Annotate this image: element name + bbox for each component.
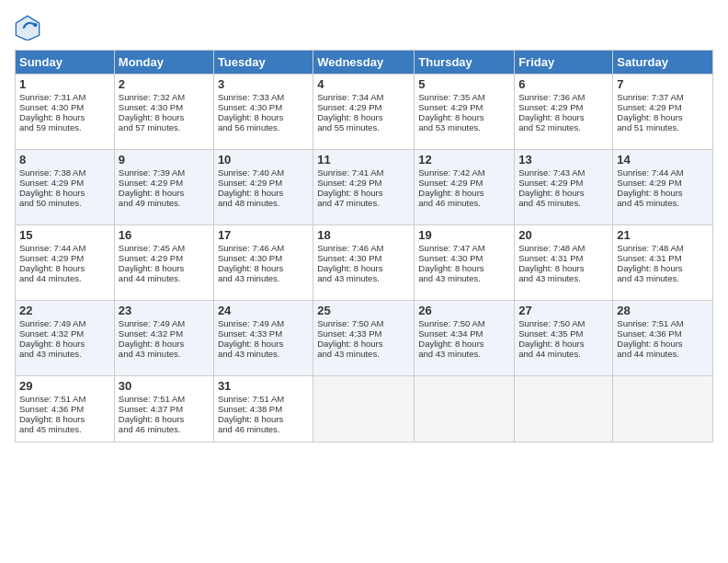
daylight-text: Daylight: 8 hours <box>119 263 210 273</box>
sunrise-text: Sunrise: 7:51 AM <box>19 394 110 404</box>
sunset-text: Sunset: 4:33 PM <box>317 328 410 339</box>
weekday-header: Saturday <box>613 51 713 75</box>
sunset-text: Sunset: 4:37 PM <box>119 404 210 414</box>
sunset-text: Sunset: 4:30 PM <box>19 102 110 112</box>
sunset-text: Sunset: 4:35 PM <box>518 328 609 339</box>
sunset-text: Sunset: 4:29 PM <box>317 178 410 188</box>
daylight-text: Daylight: 8 hours <box>19 414 110 424</box>
weekday-header: Wednesday <box>313 51 415 75</box>
weekday-header: Friday <box>515 51 613 75</box>
daylight-text: Daylight: 8 hours <box>19 263 110 273</box>
day-number: 3 <box>218 77 309 91</box>
daylight-minutes-text: and 57 minutes. <box>119 122 210 132</box>
daylight-minutes-text: and 56 minutes. <box>218 122 309 132</box>
daylight-minutes-text: and 45 minutes. <box>19 424 110 434</box>
calendar-cell: 14Sunrise: 7:44 AMSunset: 4:29 PMDayligh… <box>613 150 713 225</box>
daylight-minutes-text: and 44 minutes. <box>518 349 609 359</box>
daylight-minutes-text: and 43 minutes. <box>418 273 510 283</box>
calendar-cell: 5Sunrise: 7:35 AMSunset: 4:29 PMDaylight… <box>415 75 515 150</box>
sunrise-text: Sunrise: 7:45 AM <box>119 243 210 253</box>
daylight-text: Daylight: 8 hours <box>617 263 709 273</box>
day-number: 26 <box>418 304 510 317</box>
sunset-text: Sunset: 4:30 PM <box>317 253 410 263</box>
calendar-cell: 9Sunrise: 7:39 AMSunset: 4:29 PMDaylight… <box>114 150 213 225</box>
calendar-cell: 2Sunrise: 7:32 AMSunset: 4:30 PMDaylight… <box>114 75 213 150</box>
daylight-minutes-text: and 53 minutes. <box>418 122 510 132</box>
daylight-minutes-text: and 45 minutes. <box>617 198 709 208</box>
daylight-minutes-text: and 43 minutes. <box>317 273 410 283</box>
sunrise-text: Sunrise: 7:34 AM <box>317 92 410 102</box>
day-number: 14 <box>617 153 709 167</box>
sunset-text: Sunset: 4:31 PM <box>518 253 609 263</box>
logo-icon <box>15 15 40 40</box>
daylight-minutes-text: and 51 minutes. <box>617 122 709 132</box>
daylight-text: Daylight: 8 hours <box>317 188 410 198</box>
calendar-week-row: 15Sunrise: 7:44 AMSunset: 4:29 PMDayligh… <box>16 225 713 301</box>
weekday-header: Tuesday <box>213 51 313 75</box>
weekday-header: Sunday <box>16 51 115 75</box>
daylight-text: Daylight: 8 hours <box>418 188 510 198</box>
daylight-text: Daylight: 8 hours <box>119 188 210 198</box>
day-number: 27 <box>518 304 609 317</box>
calendar-cell <box>515 376 613 442</box>
sunrise-text: Sunrise: 7:51 AM <box>218 394 309 404</box>
calendar-cell: 24Sunrise: 7:49 AMSunset: 4:33 PMDayligh… <box>213 301 313 376</box>
calendar-cell: 12Sunrise: 7:42 AMSunset: 4:29 PMDayligh… <box>415 150 515 225</box>
calendar-cell: 30Sunrise: 7:51 AMSunset: 4:37 PMDayligh… <box>114 376 213 442</box>
sunset-text: Sunset: 4:29 PM <box>19 253 110 263</box>
calendar-cell: 26Sunrise: 7:50 AMSunset: 4:34 PMDayligh… <box>415 301 515 376</box>
calendar-cell: 27Sunrise: 7:50 AMSunset: 4:35 PMDayligh… <box>515 301 613 376</box>
sunrise-text: Sunrise: 7:48 AM <box>518 243 609 253</box>
sunrise-text: Sunrise: 7:36 AM <box>518 92 609 102</box>
calendar-cell: 10Sunrise: 7:40 AMSunset: 4:29 PMDayligh… <box>213 150 313 225</box>
sunrise-text: Sunrise: 7:47 AM <box>418 243 510 253</box>
sunrise-text: Sunrise: 7:44 AM <box>19 243 110 253</box>
daylight-text: Daylight: 8 hours <box>418 263 510 273</box>
calendar-week-row: 29Sunrise: 7:51 AMSunset: 4:36 PMDayligh… <box>16 376 713 442</box>
daylight-text: Daylight: 8 hours <box>518 339 609 349</box>
sunrise-text: Sunrise: 7:49 AM <box>218 318 309 328</box>
sunrise-text: Sunrise: 7:50 AM <box>418 318 510 328</box>
daylight-minutes-text: and 48 minutes. <box>218 198 309 208</box>
daylight-text: Daylight: 8 hours <box>218 112 309 122</box>
daylight-minutes-text: and 46 minutes. <box>119 424 210 434</box>
sunrise-text: Sunrise: 7:39 AM <box>119 167 210 178</box>
daylight-minutes-text: and 44 minutes. <box>19 273 110 283</box>
daylight-text: Daylight: 8 hours <box>218 414 309 424</box>
sunset-text: Sunset: 4:32 PM <box>119 328 210 339</box>
sunset-text: Sunset: 4:30 PM <box>218 102 309 112</box>
sunset-text: Sunset: 4:36 PM <box>19 404 110 414</box>
calendar-cell: 18Sunrise: 7:46 AMSunset: 4:30 PMDayligh… <box>313 225 415 301</box>
calendar-cell: 16Sunrise: 7:45 AMSunset: 4:29 PMDayligh… <box>114 225 213 301</box>
sunrise-text: Sunrise: 7:46 AM <box>317 243 410 253</box>
calendar-cell <box>313 376 415 442</box>
daylight-text: Daylight: 8 hours <box>518 188 609 198</box>
day-number: 28 <box>617 304 709 317</box>
calendar-cell: 1Sunrise: 7:31 AMSunset: 4:30 PMDaylight… <box>16 75 115 150</box>
daylight-minutes-text: and 43 minutes. <box>317 349 410 359</box>
daylight-text: Daylight: 8 hours <box>518 112 609 122</box>
day-number: 8 <box>19 153 110 167</box>
sunset-text: Sunset: 4:30 PM <box>218 253 309 263</box>
daylight-text: Daylight: 8 hours <box>19 188 110 198</box>
daylight-text: Daylight: 8 hours <box>317 263 410 273</box>
daylight-text: Daylight: 8 hours <box>218 263 309 273</box>
calendar-cell: 8Sunrise: 7:38 AMSunset: 4:29 PMDaylight… <box>16 150 115 225</box>
sunrise-text: Sunrise: 7:41 AM <box>317 167 410 178</box>
weekday-header: Monday <box>114 51 213 75</box>
calendar-week-row: 8Sunrise: 7:38 AMSunset: 4:29 PMDaylight… <box>16 150 713 225</box>
sunset-text: Sunset: 4:29 PM <box>518 102 609 112</box>
calendar: SundayMondayTuesdayWednesdayThursdayFrid… <box>15 50 713 442</box>
calendar-week-row: 22Sunrise: 7:49 AMSunset: 4:32 PMDayligh… <box>16 301 713 376</box>
sunset-text: Sunset: 4:29 PM <box>19 178 110 188</box>
sunset-text: Sunset: 4:33 PM <box>218 328 309 339</box>
day-number: 31 <box>218 379 309 393</box>
daylight-minutes-text: and 49 minutes. <box>119 198 210 208</box>
sunrise-text: Sunrise: 7:40 AM <box>218 167 309 178</box>
sunset-text: Sunset: 4:34 PM <box>418 328 510 339</box>
sunset-text: Sunset: 4:29 PM <box>418 178 510 188</box>
day-number: 7 <box>617 77 709 91</box>
sunrise-text: Sunrise: 7:50 AM <box>317 318 410 328</box>
logo <box>15 15 44 40</box>
sunrise-text: Sunrise: 7:38 AM <box>19 167 110 178</box>
